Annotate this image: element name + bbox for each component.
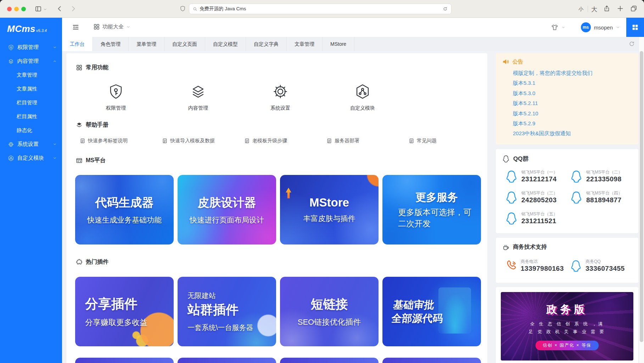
all-functions-menu[interactable]: 功能大全 xyxy=(93,23,130,30)
notice-link[interactable]: 版本5.2.11 xyxy=(513,98,632,108)
browser-sidebar-toggle[interactable] xyxy=(35,5,42,12)
chevron-down-icon[interactable] xyxy=(616,26,620,29)
banner-share-plugin[interactable]: 分享插件 分享赚取更多收益 xyxy=(75,277,174,346)
banner-partial[interactable] xyxy=(75,358,174,363)
browser-back-button[interactable] xyxy=(56,5,63,12)
banner-basic-approval[interactable]: 基础审批 全部源代码 xyxy=(382,277,481,346)
sidebar-item-category-attr[interactable]: 栏目属性 xyxy=(0,110,62,123)
share-icon[interactable] xyxy=(603,5,610,12)
tab-article-manage[interactable]: 文章管理 xyxy=(287,37,323,51)
notice-link[interactable]: 版本5.3.0 xyxy=(513,88,632,98)
banner-title: 全部源代码 xyxy=(391,312,444,325)
sidebar-item-custom-module[interactable]: 自定义模块 xyxy=(0,151,62,165)
banner-partial[interactable] xyxy=(178,358,276,363)
help-link-faq[interactable]: 常见问题 xyxy=(409,138,487,144)
qq-group-item[interactable]: 铭飞MS平台（二） 221335098 xyxy=(567,169,632,183)
username[interactable]: msopen xyxy=(594,24,613,31)
font-larger-button[interactable]: 大 xyxy=(591,5,597,13)
qq-group-item[interactable]: 铭飞MS平台（五） 231211521 xyxy=(502,211,567,225)
shield-icon xyxy=(8,44,14,51)
help-link-deploy[interactable]: 服务器部署 xyxy=(326,138,409,144)
banner-mstore[interactable]: MStore 丰富皮肤与插件 xyxy=(280,175,379,244)
notice-link[interactable]: 版本5.3.1 xyxy=(513,78,632,88)
browser-forward-button[interactable] xyxy=(69,5,77,12)
page-scrollbar[interactable] xyxy=(639,37,644,363)
tab-overview-icon[interactable] xyxy=(630,5,637,12)
new-tab-icon[interactable] xyxy=(617,5,624,12)
banner-partial[interactable] xyxy=(280,358,379,363)
qq-group-item[interactable]: 铭飞MS平台（一） 231212174 xyxy=(502,169,567,183)
tab-menu-manage[interactable]: 菜单管理 xyxy=(129,37,164,51)
banner-code-generator[interactable]: 代码生成器 快速生成业务基础功能 xyxy=(75,175,174,244)
section-hot-plugins: 热门插件 xyxy=(76,258,108,266)
chevron-down-icon[interactable] xyxy=(43,7,47,11)
qq-group-item[interactable]: 铭飞MS平台（三） 242805203 xyxy=(502,190,567,204)
collapse-sidebar-icon[interactable] xyxy=(72,23,79,32)
support-value: 13397980163 xyxy=(521,265,564,273)
notice-link[interactable]: 版本5.2.9 xyxy=(513,119,632,128)
banner-more-services[interactable]: 更多服务 更多版本可选择，可二次开发 xyxy=(382,175,481,244)
tab-custom-dict[interactable]: 自定义字典 xyxy=(246,37,287,51)
help-link-import[interactable]: 快速导入模板及数据 xyxy=(162,138,244,144)
sidebar-item-content[interactable]: 内容管理 xyxy=(0,54,62,68)
sidebar-item-label: 栏目属性 xyxy=(17,113,37,120)
section-title: 热门插件 xyxy=(86,258,108,266)
sidebar-item-permissions[interactable]: 权限管理 xyxy=(0,40,62,54)
banner-partial[interactable] xyxy=(382,358,481,363)
reload-icon[interactable] xyxy=(443,6,448,11)
help-link-label: 常见问题 xyxy=(417,138,437,144)
sidebar-item-category-manage[interactable]: 栏目管理 xyxy=(0,96,62,110)
scrollbar-thumb[interactable] xyxy=(640,51,643,342)
layers-icon xyxy=(8,58,14,65)
sidebar-item-system-settings[interactable]: 系统设置 xyxy=(0,137,62,151)
feature-content[interactable]: 内容管理 xyxy=(157,83,239,111)
font-smaller-button[interactable]: 小 xyxy=(578,6,583,12)
chevron-down-icon xyxy=(126,25,130,29)
sidebar-item-article-attr[interactable]: 文章属性 xyxy=(0,82,62,96)
feature-system-settings[interactable]: 系统设置 xyxy=(239,83,321,111)
feature-permissions[interactable]: 权限管理 xyxy=(75,83,157,111)
window-close-button[interactable] xyxy=(7,7,12,11)
privacy-shield-icon[interactable] xyxy=(179,5,186,12)
notice-link[interactable]: 版本5.2.10 xyxy=(513,109,632,119)
support-qq-item[interactable]: 商务QQ 3336073455 xyxy=(567,259,632,273)
banner-subtitle: SEO链接优化插件 xyxy=(298,317,361,328)
tab-mstore[interactable]: MStore xyxy=(323,37,354,51)
theme-skin-icon[interactable] xyxy=(551,24,558,31)
sidebar-item-article-manage[interactable]: 文章管理 xyxy=(0,68,62,82)
app-logo[interactable]: MCmsv5.3.4 xyxy=(0,18,62,38)
tab-custom-model[interactable]: 自定义模型 xyxy=(205,37,246,51)
address-bar[interactable]: 免费开源的 Java Cms xyxy=(189,4,452,14)
refresh-tab-icon[interactable] xyxy=(629,41,635,48)
notice-link[interactable]: 模版定制，将您的需求提交给我们 xyxy=(513,68,632,78)
sidebar-item-staticize[interactable]: 静态化 xyxy=(0,123,62,137)
apps-grid-button[interactable] xyxy=(626,18,644,37)
promo-banner-government-edition[interactable]: 政务版 全 生 态 信 创 系 统 ，满 足 党 政 机 关 事 业 需 要 信… xyxy=(501,292,633,361)
notice-title: 公告 xyxy=(513,59,523,65)
qq-group-number: 231212174 xyxy=(521,175,558,183)
banner-title: 更多服务 xyxy=(392,190,481,205)
section-title: 帮助手册 xyxy=(86,121,108,129)
tab-custom-page[interactable]: 自定义页面 xyxy=(164,37,205,51)
tab-role-manage[interactable]: 角色管理 xyxy=(93,37,129,51)
support-phone-item[interactable]: 商务电话 13397980163 xyxy=(502,259,567,273)
help-link-upgrade[interactable]: 老模板升级步骤 xyxy=(244,138,326,144)
avatar[interactable]: ms xyxy=(581,22,591,32)
qq-group-item[interactable]: 铭飞MS平台（四） 881894877 xyxy=(567,190,632,204)
tab-workbench[interactable]: 工作台 xyxy=(62,37,93,51)
window-minimize-button[interactable] xyxy=(14,7,19,11)
banner-skin-designer[interactable]: 皮肤设计器 快速进行页面布局设计 xyxy=(178,175,276,244)
chevron-down-icon[interactable] xyxy=(561,26,565,29)
promo-description: 全 生 态 信 创 系 统 ，满 足 党 政 机 关 事 业 需 要 xyxy=(529,320,606,336)
feature-custom-module[interactable]: 自定义模块 xyxy=(321,83,404,111)
sidebar-item-label: 系统设置 xyxy=(17,141,39,148)
book-icon xyxy=(76,122,83,128)
sidebar-item-label: 权限管理 xyxy=(17,44,39,51)
banner-site-group-plugin[interactable]: 无限建站 站群插件 一套系统\一台服务器 xyxy=(178,277,276,346)
help-link-tags[interactable]: 快速参考标签说明 xyxy=(80,138,162,144)
address-bar-text: 免费开源的 Java Cms xyxy=(200,6,246,12)
window-zoom-button[interactable] xyxy=(21,7,26,11)
banner-short-link[interactable]: 短链接 SEO链接优化插件 xyxy=(280,277,379,346)
help-link-label: 服务器部署 xyxy=(335,138,359,144)
notice-link[interactable]: 2023中秋&国庆放假通知 xyxy=(513,128,632,138)
